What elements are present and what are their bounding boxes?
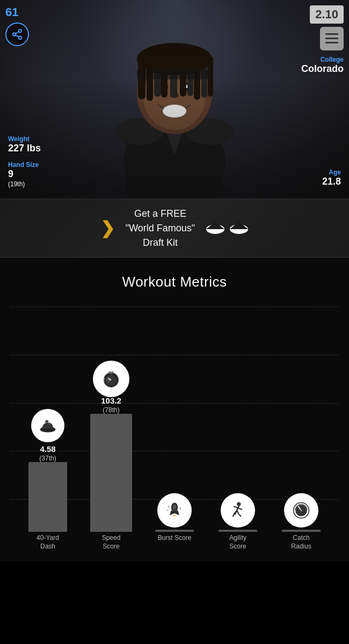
svg-rect-31	[325, 33, 338, 35]
college-value: Colorado	[301, 63, 344, 75]
svg-marker-38	[230, 222, 248, 229]
bar-burst-score	[146, 349, 203, 532]
speed-score-percentile: (78th)	[103, 406, 119, 414]
svg-point-27	[13, 33, 16, 36]
banner-text: Get a FREE "World Famous" Draft Kit	[126, 207, 195, 250]
top-left-controls: 61	[5, 5, 29, 46]
label-burst-score: Burst Score	[146, 534, 203, 551]
svg-point-55	[168, 506, 170, 507]
weight-label: Weight	[8, 135, 41, 143]
banner-logo	[206, 217, 249, 239]
speed-score-bar	[90, 414, 132, 532]
svg-rect-33	[325, 42, 338, 43]
college-label: College	[301, 56, 344, 63]
agility-score-icon-container	[221, 493, 255, 528]
svg-point-66	[301, 510, 302, 511]
list-icon	[325, 33, 338, 44]
age-stats: Age 21.8	[322, 169, 341, 188]
metrics-section: Workout Metrics	[0, 258, 349, 561]
agility-score-bar	[219, 530, 257, 532]
hand-size-label: Hand Size	[8, 161, 41, 169]
metrics-title: Workout Metrics	[11, 274, 338, 290]
age-label: Age	[322, 169, 341, 176]
grid-line-1	[11, 306, 338, 307]
gauge-icon	[292, 501, 311, 520]
svg-line-29	[16, 35, 19, 37]
evil-eyes-logo	[206, 217, 249, 239]
bars-row: 4.58 (37th)	[16, 349, 333, 532]
label-forty-yard: 40-YardDash	[19, 534, 76, 551]
svg-rect-32	[325, 38, 338, 39]
labels-row: 40-YardDash SpeedScore Burst Score Agili…	[11, 534, 338, 551]
chart-container: 4.58 (37th)	[11, 306, 338, 532]
svg-point-56	[179, 508, 181, 509]
hand-size-rank: (19th)	[8, 180, 41, 188]
hero-section: 61 2.10 College Colorado Weigh	[0, 0, 349, 199]
rocket-icon	[165, 501, 184, 520]
catch-radius-icon-container	[284, 493, 318, 528]
bar-catch-radius	[273, 349, 330, 532]
player-rating: 2.10	[310, 5, 344, 24]
catch-radius-bar	[282, 530, 321, 532]
svg-point-26	[19, 30, 22, 33]
share-icon	[11, 28, 23, 40]
forty-yard-bar	[28, 462, 67, 532]
svg-point-54	[173, 505, 176, 508]
svg-point-28	[19, 36, 22, 40]
svg-rect-47	[110, 373, 113, 374]
svg-point-57	[168, 510, 169, 511]
svg-marker-35	[206, 222, 224, 229]
list-button[interactable]	[320, 27, 344, 50]
label-speed-score: SpeedScore	[83, 534, 140, 551]
draft-kit-banner[interactable]: ❯ Get a FREE "World Famous" Draft Kit	[0, 199, 349, 258]
forty-yard-icon-container	[31, 409, 64, 442]
forty-yard-value: 4.58	[40, 444, 55, 453]
player-number: 61	[5, 5, 29, 19]
burst-score-bar	[155, 530, 194, 532]
svg-point-40	[49, 423, 51, 425]
top-right-info: 2.10 College Colorado	[301, 5, 344, 75]
bar-speed-score: 103.2 (78th)	[83, 349, 140, 532]
stopwatch-icon	[101, 369, 121, 389]
shoe-icon	[38, 416, 57, 435]
banner-chevron: ❯	[100, 219, 115, 237]
label-catch-radius: CatchRadius	[273, 534, 330, 551]
label-agility-score: AgilityScore	[209, 534, 266, 551]
bar-agility-score	[209, 349, 266, 532]
age-value: 21.8	[322, 176, 341, 188]
speed-score-icon-container	[93, 361, 129, 397]
weight-value: 227 lbs	[8, 143, 41, 155]
forty-yard-percentile: (37th)	[39, 455, 56, 462]
runner-icon	[228, 501, 248, 520]
hand-size-value: 9	[8, 169, 41, 180]
bar-forty-yard: 4.58 (37th)	[19, 349, 76, 532]
share-button[interactable]	[5, 23, 29, 46]
speed-score-value: 103.2	[101, 396, 121, 405]
weight-stats: Weight 227 lbs Hand Size 9 (19th)	[8, 135, 41, 188]
burst-score-icon-container	[157, 493, 192, 528]
svg-line-30	[16, 32, 19, 34]
